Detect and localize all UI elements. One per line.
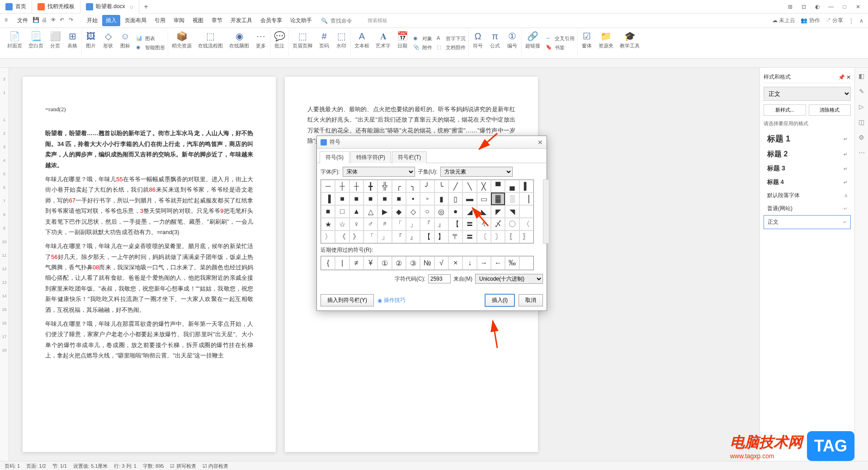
ribbon-form[interactable]: ☑窗体: [579, 30, 595, 56]
recent-symbol-cell[interactable]: →: [477, 256, 491, 270]
symbol-cell[interactable]: 〖: [505, 230, 519, 243]
symbol-cell[interactable]: ◇: [406, 205, 420, 218]
ribbon-resources[interactable]: 📦稻壳资源: [169, 30, 194, 56]
ribbon-comment[interactable]: 💬批注: [271, 30, 288, 56]
ribbon-bookmark[interactable]: 🔖书签: [544, 43, 576, 52]
symbol-cell[interactable]: ▮: [434, 193, 448, 205]
symbol-cell[interactable]: 〇: [505, 218, 519, 230]
ribbon-pagenum[interactable]: #页码: [316, 30, 332, 56]
style-normal-web[interactable]: 普通(网站)↵: [764, 202, 851, 215]
symbol-cell[interactable]: 【: [448, 218, 462, 230]
cloud-status[interactable]: ☁ 未上云: [772, 17, 795, 24]
status-pages[interactable]: 页面: 1/2: [26, 463, 46, 470]
new-style-button[interactable]: 新样式...: [764, 104, 806, 116]
symbol-cell[interactable]: ┼: [349, 180, 363, 193]
recent-symbol-cell[interactable]: [519, 256, 533, 270]
minimize-button[interactable]: —: [825, 1, 837, 12]
symbol-cell[interactable]: ╯: [420, 180, 434, 193]
symbol-cell[interactable]: ▓: [491, 193, 505, 205]
tab-document[interactable]: 盼望着.docx○: [80, 0, 139, 14]
recent-symbol-cell[interactable]: №: [420, 256, 434, 270]
select-icon[interactable]: ▷: [859, 103, 864, 110]
symbol-cell[interactable]: 」: [406, 218, 420, 230]
symbol-cell[interactable]: ◆: [392, 205, 406, 218]
more-icon[interactable]: ⋮: [849, 18, 854, 24]
symbol-cell[interactable]: ▕: [519, 193, 533, 205]
symbol-cell[interactable]: 『: [392, 230, 406, 243]
symbol-cell[interactable]: ★: [321, 218, 335, 230]
symbol-cell[interactable]: ♂: [363, 218, 377, 230]
ribbon-crossref[interactable]: ↔交叉引用: [544, 34, 576, 43]
symbol-cell[interactable]: 〃: [377, 218, 392, 230]
symbol-cell[interactable]: ■: [335, 193, 349, 205]
symbol-cell[interactable]: ▀: [491, 180, 505, 193]
symbol-cell[interactable]: 』: [406, 230, 420, 243]
symbol-grid[interactable]: ─┼┼╋╬╭╮╯╰╱╲╳▀▄▌▐■■■■■▪▫▮▯▬▭▓░▕■□▲△▶◆◇○◎●…: [321, 179, 534, 244]
dialog-close-button[interactable]: ✕: [538, 139, 543, 146]
print-icon[interactable]: 🖨: [42, 17, 50, 25]
symbol-cell[interactable]: 】: [434, 230, 448, 243]
recent-symbol-cell[interactable]: ↓: [462, 256, 476, 270]
dialog-tab-special[interactable]: 特殊字符(P): [350, 151, 391, 163]
symbol-cell[interactable]: ☆: [335, 218, 349, 230]
vertical-ruler[interactable]: 21123456789101112131415161718: [0, 68, 9, 461]
settings-icon[interactable]: ⚙: [859, 134, 864, 141]
ribbon-date[interactable]: 📅日期: [394, 30, 410, 56]
symbol-cell[interactable]: 『: [420, 218, 434, 230]
expand-icon[interactable]: ∧: [859, 18, 863, 24]
status-page[interactable]: 页码: 1: [5, 463, 20, 470]
pin-icon[interactable]: 📌: [838, 74, 845, 80]
recent-symbol-cell[interactable]: ≠: [349, 256, 363, 270]
command-search[interactable]: 🔍: [321, 18, 367, 24]
ribbon-header[interactable]: ⬚页眉页脚: [290, 30, 315, 56]
menu-dev[interactable]: 开发工具: [227, 15, 256, 26]
symbol-cell[interactable]: ╲: [462, 180, 476, 193]
symbol-cell[interactable]: [519, 205, 533, 218]
symbol-cell[interactable]: 〓: [462, 230, 476, 243]
symbol-cell[interactable]: ▶: [377, 205, 392, 218]
symbol-cell[interactable]: 々: [477, 218, 491, 230]
search-input[interactable]: [330, 18, 367, 24]
symbol-cell[interactable]: ─: [321, 180, 335, 193]
status-content[interactable]: ☑ 内容检查: [203, 463, 228, 470]
ribbon-icon[interactable]: ☺图标: [117, 30, 133, 56]
ribbon-chart[interactable]: 📊图表: [134, 34, 167, 43]
menu-view[interactable]: 视图: [189, 15, 207, 26]
layout-icon[interactable]: ⊞: [784, 1, 797, 12]
style-heading4[interactable]: 标题 4↵: [764, 175, 851, 189]
style-heading3[interactable]: 标题 3↵: [764, 162, 851, 175]
symbol-cell[interactable]: □: [335, 205, 349, 218]
symbol-cell[interactable]: ◣: [477, 205, 491, 218]
symbol-cell[interactable]: ◎: [434, 205, 448, 218]
page-1[interactable]: =rand(2) 盼望着，盼望着……翘首以盼的新年近了。街市上车水马龙，人山人海…: [23, 77, 276, 452]
status-section[interactable]: 节: 1/1: [52, 463, 67, 470]
symbol-cell[interactable]: 〗: [519, 230, 533, 243]
symbol-cell[interactable]: 《: [335, 230, 349, 243]
file-menu[interactable]: 文件: [14, 15, 32, 26]
ribbon-object[interactable]: ◉对象: [411, 34, 434, 43]
symbol-cell[interactable]: ♀: [349, 218, 363, 230]
ribbon-smartart[interactable]: ◉智能图形: [134, 43, 167, 52]
ribbon-break[interactable]: ⬜分页: [47, 30, 63, 56]
symbol-cell[interactable]: ▌: [519, 180, 533, 193]
ribbon-number[interactable]: ①编号: [504, 30, 520, 56]
symbol-cell[interactable]: ▫: [420, 193, 434, 205]
panel-close-icon[interactable]: ✕: [846, 74, 851, 80]
symbol-cell[interactable]: ▐: [321, 193, 335, 205]
undo-icon[interactable]: ↶: [60, 17, 68, 25]
symbol-cell[interactable]: 「: [392, 218, 406, 230]
redo-icon[interactable]: ↷: [69, 17, 77, 25]
status-line[interactable]: 行: 3 列: 1: [114, 463, 137, 470]
style-heading1[interactable]: 标题 1↵: [764, 131, 851, 147]
symbol-cell[interactable]: 〕: [491, 230, 505, 243]
ribbon-image[interactable]: 🖼图片: [83, 30, 99, 56]
recent-symbol-cell[interactable]: |: [335, 256, 349, 270]
more-tools-icon[interactable]: ⋯: [859, 149, 865, 156]
ribbon-docparts[interactable]: ⬚文档部件: [435, 43, 467, 52]
symbol-cell[interactable]: ╮: [406, 180, 420, 193]
symbol-cell[interactable]: ■: [363, 193, 377, 205]
maximize-button[interactable]: □: [838, 1, 851, 12]
ribbon-symbol[interactable]: Ω符号: [470, 30, 486, 56]
symbol-cell[interactable]: 》: [349, 230, 363, 243]
symbol-cell[interactable]: ╰: [434, 180, 448, 193]
